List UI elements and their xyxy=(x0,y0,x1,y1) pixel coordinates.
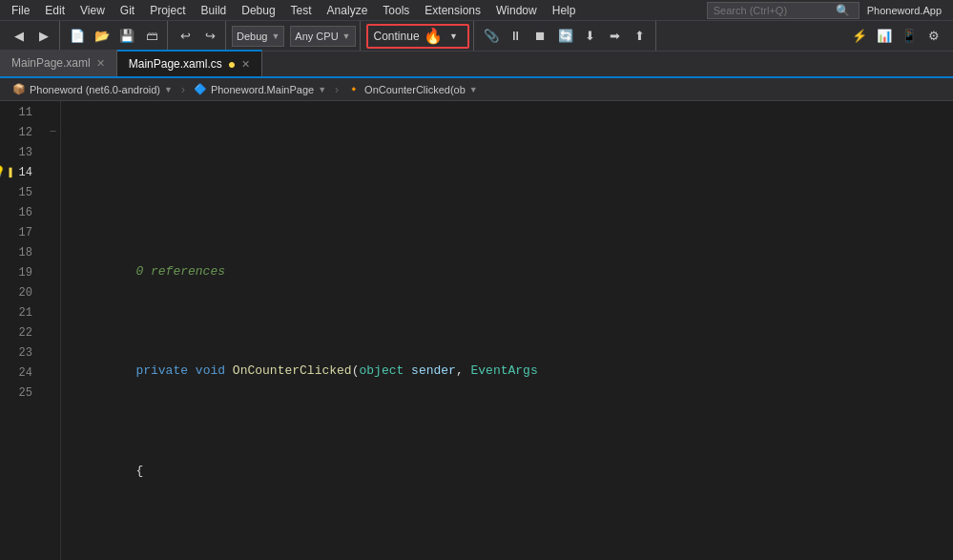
diagnostics-button[interactable]: ⚡ xyxy=(848,25,871,48)
menu-build[interactable]: Build xyxy=(194,2,235,19)
line-number-15: 15 xyxy=(0,183,38,203)
breadcrumb-member[interactable]: 🔸 OnCounterClicked(ob ▼ xyxy=(341,80,485,99)
gutter-row-13 xyxy=(46,141,60,161)
gutter-row-14 xyxy=(46,161,60,181)
line-number-23: 23 xyxy=(0,343,38,363)
settings-button[interactable]: ⚙ xyxy=(922,25,945,48)
gutter-row-12[interactable]: — xyxy=(46,121,60,141)
menu-tools[interactable]: Tools xyxy=(375,2,417,19)
forward-button[interactable]: ▶ xyxy=(32,25,55,48)
gutter-row-17 xyxy=(46,221,60,241)
toolbar-continue-group: Continue 🔥 ▼ xyxy=(363,21,474,51)
search-icon: 🔍 xyxy=(828,2,858,19)
save-all-button[interactable]: 🗃 xyxy=(140,25,163,48)
gutter-row-15 xyxy=(46,181,60,201)
lightbulb-icon[interactable]: 💡 xyxy=(0,163,6,183)
kw-private: private xyxy=(76,361,196,381)
menu-view[interactable]: View xyxy=(73,2,113,19)
line-number-20: 20 xyxy=(0,283,38,303)
tab-mainpage-xaml-cs-label: MainPage.xaml.cs xyxy=(129,57,222,71)
menu-search-box[interactable]: 🔍 xyxy=(707,2,860,19)
toolbar: ◀ ▶ 📄 📂 💾 🗃 ↩ ↪ Debug ▼ Any CPU ▼ Contin… xyxy=(0,21,953,52)
breadcrumb-class-arrow: ▼ xyxy=(318,85,326,94)
line-numbers: 11 12 13 💡 ▌ 14 15 16 17 18 xyxy=(0,101,46,560)
step-out[interactable]: ⬆ xyxy=(629,25,652,48)
tab-mainpage-xaml-cs-close[interactable]: ✕ xyxy=(241,58,250,71)
breadcrumb-class[interactable]: 🔷 Phoneword.MainPage ▼ xyxy=(187,80,333,99)
tab-mainpage-xaml-cs-dot: ● xyxy=(228,56,236,72)
tab-mainpage-xaml-close[interactable]: ✕ xyxy=(96,57,105,70)
punct-brace-open: { xyxy=(76,461,143,481)
type-eventargs: EventArgs xyxy=(471,361,538,381)
gutter-row-18 xyxy=(46,241,60,261)
ref-comment: 0 references xyxy=(76,263,225,280)
collapse-12[interactable]: — xyxy=(50,126,55,136)
device-button[interactable]: 📱 xyxy=(898,25,921,48)
debug-config-dropdown[interactable]: Debug ▼ xyxy=(232,26,284,47)
line-number-24: 24 xyxy=(0,363,38,384)
menu-file[interactable]: File xyxy=(4,2,37,19)
code-content[interactable]: 0 references private void OnCounterClick… xyxy=(61,101,953,560)
attach-button[interactable]: 📎 xyxy=(480,25,503,48)
gutter-row-11 xyxy=(46,101,60,121)
menu-help[interactable]: Help xyxy=(545,2,584,19)
code-gutter: — xyxy=(46,101,61,560)
breadcrumb-project-arrow: ▼ xyxy=(164,85,173,94)
step-into[interactable]: ⬇ xyxy=(579,25,602,48)
toolbar-file-group: 📄 📂 💾 🗃 xyxy=(62,21,168,51)
line-number-17: 17 xyxy=(0,223,38,243)
perf-button[interactable]: 📊 xyxy=(873,25,896,48)
breadcrumb-member-icon: 🔸 xyxy=(347,83,361,95)
line-number-21: 21 xyxy=(0,303,38,323)
menu-analyze[interactable]: Analyze xyxy=(320,2,376,19)
breadcrumb-project-label: Phoneword (net6.0-android) xyxy=(30,84,160,95)
search-input[interactable] xyxy=(714,5,828,16)
gutter-row-22 xyxy=(46,321,60,342)
toolbar-extra-group: 📎 ⏸ ⏹ 🔄 ⬇ ➡ ⬆ xyxy=(476,21,656,51)
menu-git[interactable]: Git xyxy=(113,2,142,19)
code-line-13: { xyxy=(76,461,953,481)
continue-button[interactable]: Continue 🔥 ▼ xyxy=(366,24,469,49)
stop-button[interactable]: ⏹ xyxy=(529,25,552,48)
kw-void: void xyxy=(196,361,233,381)
tab-mainpage-xaml-cs[interactable]: MainPage.xaml.cs ● ✕ xyxy=(117,50,263,76)
pause-button[interactable]: ⏸ xyxy=(505,25,528,48)
breadcrumb-sep2: › xyxy=(335,83,339,96)
step-over[interactable]: ➡ xyxy=(604,25,627,48)
new-file-button[interactable]: 📄 xyxy=(66,25,89,48)
back-button[interactable]: ◀ xyxy=(8,25,31,48)
cpu-dropdown[interactable]: Any CPU ▼ xyxy=(290,26,355,47)
undo-button[interactable]: ↩ xyxy=(174,25,197,48)
restart-button[interactable]: 🔄 xyxy=(554,25,577,48)
breadcrumb-bar: 📦 Phoneword (net6.0-android) ▼ › 🔷 Phone… xyxy=(0,78,953,101)
continue-dropdown-arrow[interactable]: ▼ xyxy=(446,29,462,44)
breadcrumb-project[interactable]: 📦 Phoneword (net6.0-android) ▼ xyxy=(6,80,179,99)
breadcrumb-class-icon: 🔷 xyxy=(194,83,207,95)
save-button[interactable]: 💾 xyxy=(115,25,138,48)
open-button[interactable]: 📂 xyxy=(91,25,114,48)
code-line-11 xyxy=(76,163,953,183)
menu-window[interactable]: Window xyxy=(488,2,545,19)
flame-icon: 🔥 xyxy=(424,27,443,45)
tab-mainpage-xaml[interactable]: MainPage.xaml ✕ xyxy=(0,50,117,76)
tabs-bar: MainPage.xaml ✕ MainPage.xaml.cs ● ✕ xyxy=(0,52,953,78)
menu-extensions[interactable]: Extensions xyxy=(417,2,488,19)
fn-oncounterclicked: OnCounterClicked xyxy=(233,361,352,381)
line-number-11: 11 xyxy=(0,103,38,123)
gutter-row-21 xyxy=(46,301,60,321)
menu-test[interactable]: Test xyxy=(283,2,320,19)
tab-mainpage-xaml-label: MainPage.xaml xyxy=(11,56,91,70)
menu-debug[interactable]: Debug xyxy=(234,2,282,19)
cpu-arrow: ▼ xyxy=(342,31,351,41)
toolbar-undoredo-group: ↩ ↪ xyxy=(170,21,226,51)
code-line-12: private void OnCounterClicked(object sen… xyxy=(76,361,953,381)
punct-comma: , xyxy=(456,361,471,381)
breadcrumb-member-arrow: ▼ xyxy=(469,85,478,94)
menu-project[interactable]: Project xyxy=(142,2,193,19)
redo-button[interactable]: ↪ xyxy=(198,25,221,48)
cpu-label: Any CPU xyxy=(295,31,338,42)
menu-edit[interactable]: Edit xyxy=(37,2,73,19)
breadcrumb-project-icon: 📦 xyxy=(12,83,26,95)
gutter-row-23 xyxy=(46,342,60,362)
bookmark-icon: ▌ xyxy=(10,163,15,183)
